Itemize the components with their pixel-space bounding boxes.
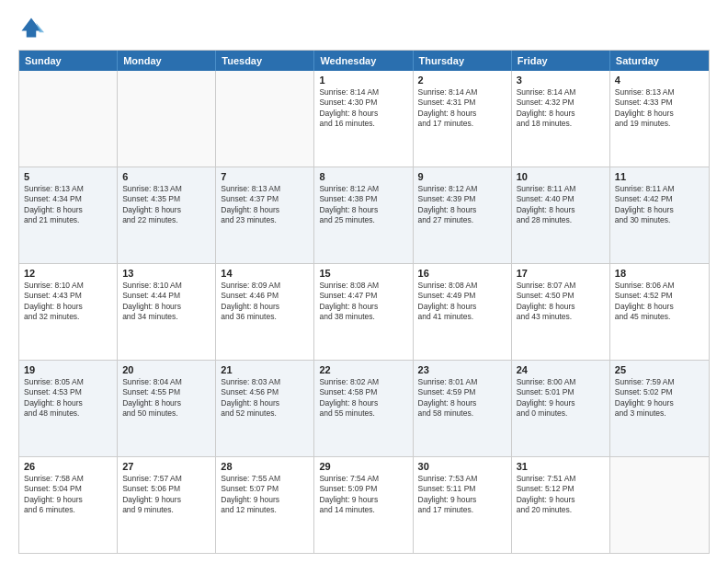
day-number: 14: [221, 268, 309, 279]
cell-info: Sunrise: 8:08 AM Sunset: 4:47 PM Dayligh…: [319, 281, 407, 323]
calendar-cell: 18Sunrise: 8:06 AM Sunset: 4:52 PM Dayli…: [610, 264, 709, 360]
calendar-cell: 19Sunrise: 8:05 AM Sunset: 4:53 PM Dayli…: [19, 361, 118, 456]
calendar-cell: [19, 71, 118, 167]
logo: [18, 15, 48, 40]
calendar-cell: 26Sunrise: 7:58 AM Sunset: 5:04 PM Dayli…: [19, 457, 118, 553]
cell-info: Sunrise: 8:06 AM Sunset: 4:52 PM Dayligh…: [615, 281, 704, 323]
calendar-cell: 22Sunrise: 8:02 AM Sunset: 4:58 PM Dayli…: [314, 361, 413, 456]
day-number: 5: [24, 171, 112, 182]
calendar-cell: 27Sunrise: 7:57 AM Sunset: 5:06 PM Dayli…: [118, 457, 216, 553]
header: [18, 15, 710, 40]
calendar-row-3: 12Sunrise: 8:10 AM Sunset: 4:43 PM Dayli…: [19, 263, 709, 360]
day-number: 9: [418, 171, 506, 182]
cell-info: Sunrise: 8:09 AM Sunset: 4:46 PM Dayligh…: [221, 281, 309, 323]
calendar-cell: [610, 457, 709, 553]
cell-info: Sunrise: 8:13 AM Sunset: 4:37 PM Dayligh…: [221, 184, 309, 226]
cell-info: Sunrise: 7:59 AM Sunset: 5:02 PM Dayligh…: [615, 377, 704, 419]
calendar-cell: 6Sunrise: 8:13 AM Sunset: 4:35 PM Daylig…: [118, 167, 216, 263]
header-day-wednesday: Wednesday: [314, 51, 413, 71]
day-number: 12: [24, 268, 112, 279]
header-day-thursday: Thursday: [414, 51, 512, 71]
day-number: 16: [418, 268, 506, 279]
day-number: 6: [122, 171, 210, 182]
calendar-cell: 3Sunrise: 8:14 AM Sunset: 4:32 PM Daylig…: [512, 71, 610, 167]
cell-info: Sunrise: 8:05 AM Sunset: 4:53 PM Dayligh…: [24, 377, 112, 419]
calendar-cell: 10Sunrise: 8:11 AM Sunset: 4:40 PM Dayli…: [512, 167, 610, 263]
page: SundayMondayTuesdayWednesdayThursdayFrid…: [0, 0, 728, 563]
calendar-cell: 4Sunrise: 8:13 AM Sunset: 4:33 PM Daylig…: [610, 71, 709, 167]
cell-info: Sunrise: 8:10 AM Sunset: 4:43 PM Dayligh…: [24, 281, 112, 323]
day-number: 21: [221, 364, 309, 375]
cell-info: Sunrise: 8:10 AM Sunset: 4:44 PM Dayligh…: [122, 281, 210, 323]
header-day-monday: Monday: [118, 51, 216, 71]
day-number: 8: [319, 171, 407, 182]
cell-info: Sunrise: 8:01 AM Sunset: 4:59 PM Dayligh…: [418, 377, 506, 419]
cell-info: Sunrise: 8:04 AM Sunset: 4:55 PM Dayligh…: [122, 377, 210, 419]
day-number: 13: [122, 268, 210, 279]
day-number: 25: [615, 364, 704, 375]
day-number: 1: [319, 75, 407, 86]
cell-info: Sunrise: 8:02 AM Sunset: 4:58 PM Dayligh…: [319, 377, 407, 419]
cell-info: Sunrise: 7:51 AM Sunset: 5:12 PM Dayligh…: [517, 474, 605, 516]
calendar-cell: 9Sunrise: 8:12 AM Sunset: 4:39 PM Daylig…: [414, 167, 512, 263]
calendar-header: SundayMondayTuesdayWednesdayThursdayFrid…: [19, 51, 709, 71]
header-day-friday: Friday: [512, 51, 610, 71]
day-number: 28: [221, 461, 309, 472]
day-number: 17: [517, 268, 605, 279]
cell-info: Sunrise: 8:08 AM Sunset: 4:49 PM Dayligh…: [418, 281, 506, 323]
day-number: 18: [615, 268, 704, 279]
day-number: 29: [319, 461, 407, 472]
calendar-row-1: 1Sunrise: 8:14 AM Sunset: 4:30 PM Daylig…: [19, 71, 709, 167]
calendar-cell: 30Sunrise: 7:53 AM Sunset: 5:11 PM Dayli…: [414, 457, 512, 553]
calendar-cell: 28Sunrise: 7:55 AM Sunset: 5:07 PM Dayli…: [216, 457, 314, 553]
day-number: 10: [517, 171, 605, 182]
calendar-cell: 23Sunrise: 8:01 AM Sunset: 4:59 PM Dayli…: [414, 361, 512, 456]
cell-info: Sunrise: 8:12 AM Sunset: 4:38 PM Dayligh…: [319, 184, 407, 226]
calendar-cell: 2Sunrise: 8:14 AM Sunset: 4:31 PM Daylig…: [414, 71, 512, 167]
day-number: 30: [418, 461, 506, 472]
day-number: 15: [319, 268, 407, 279]
cell-info: Sunrise: 7:55 AM Sunset: 5:07 PM Dayligh…: [221, 474, 309, 516]
calendar-cell: 16Sunrise: 8:08 AM Sunset: 4:49 PM Dayli…: [414, 264, 512, 360]
cell-info: Sunrise: 8:14 AM Sunset: 4:32 PM Dayligh…: [517, 87, 605, 130]
cell-info: Sunrise: 8:14 AM Sunset: 4:30 PM Dayligh…: [319, 87, 407, 130]
calendar-cell: [216, 71, 314, 167]
cell-info: Sunrise: 7:57 AM Sunset: 5:06 PM Dayligh…: [122, 474, 210, 516]
cell-info: Sunrise: 8:12 AM Sunset: 4:39 PM Dayligh…: [418, 184, 506, 226]
calendar-cell: 21Sunrise: 8:03 AM Sunset: 4:56 PM Dayli…: [216, 361, 314, 456]
cell-info: Sunrise: 7:53 AM Sunset: 5:11 PM Dayligh…: [418, 474, 506, 516]
header-day-sunday: Sunday: [19, 51, 118, 71]
calendar-cell: 15Sunrise: 8:08 AM Sunset: 4:47 PM Dayli…: [314, 264, 413, 360]
day-number: 7: [221, 171, 309, 182]
header-day-tuesday: Tuesday: [216, 51, 314, 71]
cell-info: Sunrise: 7:58 AM Sunset: 5:04 PM Dayligh…: [24, 474, 112, 516]
calendar-cell: 14Sunrise: 8:09 AM Sunset: 4:46 PM Dayli…: [216, 264, 314, 360]
calendar-cell: 7Sunrise: 8:13 AM Sunset: 4:37 PM Daylig…: [216, 167, 314, 263]
day-number: 26: [24, 461, 112, 472]
calendar: SundayMondayTuesdayWednesdayThursdayFrid…: [18, 50, 710, 554]
cell-info: Sunrise: 8:13 AM Sunset: 4:33 PM Dayligh…: [615, 87, 704, 130]
cell-info: Sunrise: 8:13 AM Sunset: 4:35 PM Dayligh…: [122, 184, 210, 226]
calendar-cell: 31Sunrise: 7:51 AM Sunset: 5:12 PM Dayli…: [512, 457, 610, 553]
cell-info: Sunrise: 8:03 AM Sunset: 4:56 PM Dayligh…: [221, 377, 309, 419]
calendar-cell: 5Sunrise: 8:13 AM Sunset: 4:34 PM Daylig…: [19, 167, 118, 263]
calendar-row-2: 5Sunrise: 8:13 AM Sunset: 4:34 PM Daylig…: [19, 167, 709, 263]
day-number: 27: [122, 461, 210, 472]
day-number: 2: [418, 75, 506, 86]
header-day-saturday: Saturday: [610, 51, 709, 71]
cell-info: Sunrise: 8:13 AM Sunset: 4:34 PM Dayligh…: [24, 184, 112, 226]
calendar-cell: 8Sunrise: 8:12 AM Sunset: 4:38 PM Daylig…: [314, 167, 413, 263]
calendar-cell: 1Sunrise: 8:14 AM Sunset: 4:30 PM Daylig…: [314, 71, 413, 167]
day-number: 3: [517, 75, 605, 86]
cell-info: Sunrise: 7:54 AM Sunset: 5:09 PM Dayligh…: [319, 474, 407, 516]
calendar-cell: 13Sunrise: 8:10 AM Sunset: 4:44 PM Dayli…: [118, 264, 216, 360]
day-number: 4: [615, 75, 704, 86]
day-number: 20: [122, 364, 210, 375]
calendar-cell: 12Sunrise: 8:10 AM Sunset: 4:43 PM Dayli…: [19, 264, 118, 360]
day-number: 19: [24, 364, 112, 375]
logo-icon: [18, 15, 44, 40]
cell-info: Sunrise: 8:14 AM Sunset: 4:31 PM Dayligh…: [418, 87, 506, 130]
cell-info: Sunrise: 8:00 AM Sunset: 5:01 PM Dayligh…: [517, 377, 605, 419]
day-number: 24: [517, 364, 605, 375]
calendar-row-5: 26Sunrise: 7:58 AM Sunset: 5:04 PM Dayli…: [19, 456, 709, 553]
